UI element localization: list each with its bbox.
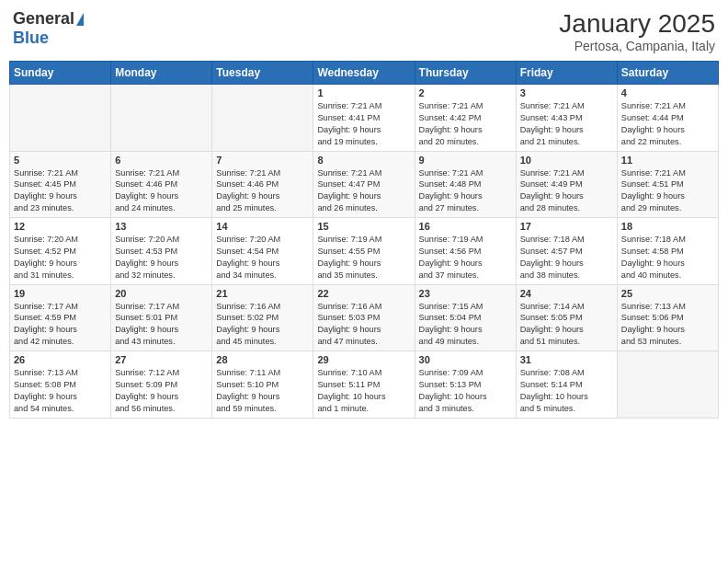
calendar-cell: 9Sunrise: 7:21 AM Sunset: 4:48 PM Daylig…: [415, 151, 516, 218]
day-number: 26: [14, 354, 107, 365]
day-info: Sunrise: 7:21 AM Sunset: 4:48 PM Dayligh…: [419, 167, 512, 215]
day-number: 4: [621, 87, 714, 98]
calendar-cell: 28Sunrise: 7:11 AM Sunset: 5:10 PM Dayli…: [212, 351, 313, 419]
day-info: Sunrise: 7:15 AM Sunset: 5:04 PM Dayligh…: [419, 301, 512, 349]
calendar-cell: 29Sunrise: 7:10 AM Sunset: 5:11 PM Dayli…: [313, 351, 415, 419]
calendar-cell: 26Sunrise: 7:13 AM Sunset: 5:08 PM Dayli…: [10, 351, 111, 419]
day-number: 3: [520, 87, 613, 98]
col-header-saturday: Saturday: [617, 62, 718, 85]
day-number: 22: [317, 288, 410, 299]
calendar-title: January 2025: [559, 9, 715, 39]
calendar-cell: 5Sunrise: 7:21 AM Sunset: 4:45 PM Daylig…: [10, 151, 111, 218]
day-number: 5: [14, 155, 107, 166]
day-number: 27: [115, 354, 208, 365]
day-number: 1: [317, 87, 410, 98]
calendar-cell: 22Sunrise: 7:16 AM Sunset: 5:03 PM Dayli…: [313, 284, 415, 351]
day-number: 19: [14, 288, 107, 299]
day-info: Sunrise: 7:21 AM Sunset: 4:41 PM Dayligh…: [317, 100, 410, 148]
day-number: 11: [621, 155, 714, 166]
col-header-thursday: Thursday: [415, 62, 516, 85]
calendar-cell: 3Sunrise: 7:21 AM Sunset: 4:43 PM Daylig…: [516, 85, 617, 152]
calendar-cell: 12Sunrise: 7:20 AM Sunset: 4:52 PM Dayli…: [10, 218, 111, 285]
day-info: Sunrise: 7:21 AM Sunset: 4:49 PM Dayligh…: [520, 167, 613, 215]
day-info: Sunrise: 7:21 AM Sunset: 4:42 PM Dayligh…: [419, 100, 512, 148]
calendar-cell: 17Sunrise: 7:18 AM Sunset: 4:57 PM Dayli…: [516, 218, 617, 285]
day-number: 16: [419, 221, 512, 232]
day-number: 15: [317, 221, 410, 232]
day-info: Sunrise: 7:10 AM Sunset: 5:11 PM Dayligh…: [317, 367, 410, 415]
calendar-table: SundayMondayTuesdayWednesdayThursdayFrid…: [9, 61, 719, 419]
calendar-cell: 16Sunrise: 7:19 AM Sunset: 4:56 PM Dayli…: [415, 218, 516, 285]
day-number: 23: [419, 288, 512, 299]
day-info: Sunrise: 7:21 AM Sunset: 4:43 PM Dayligh…: [520, 100, 613, 148]
calendar-cell: 13Sunrise: 7:20 AM Sunset: 4:53 PM Dayli…: [111, 218, 212, 285]
day-number: 24: [520, 288, 613, 299]
day-info: Sunrise: 7:21 AM Sunset: 4:44 PM Dayligh…: [621, 100, 714, 148]
day-info: Sunrise: 7:11 AM Sunset: 5:10 PM Dayligh…: [216, 367, 309, 415]
title-area: January 2025 Pertosa, Campania, Italy: [559, 9, 715, 53]
calendar-week-2: 5Sunrise: 7:21 AM Sunset: 4:45 PM Daylig…: [10, 151, 719, 218]
day-number: 21: [216, 288, 309, 299]
calendar-cell: 18Sunrise: 7:18 AM Sunset: 4:58 PM Dayli…: [617, 218, 718, 285]
day-number: 30: [419, 354, 512, 365]
col-header-tuesday: Tuesday: [212, 62, 313, 85]
calendar-cell: 7Sunrise: 7:21 AM Sunset: 4:46 PM Daylig…: [212, 151, 313, 218]
day-number: 13: [115, 221, 208, 232]
calendar-cell: 4Sunrise: 7:21 AM Sunset: 4:44 PM Daylig…: [617, 85, 718, 152]
day-number: 20: [115, 288, 208, 299]
day-info: Sunrise: 7:08 AM Sunset: 5:14 PM Dayligh…: [520, 367, 613, 415]
day-info: Sunrise: 7:20 AM Sunset: 4:52 PM Dayligh…: [14, 234, 107, 282]
page-header: General Blue January 2025 Pertosa, Campa…: [9, 9, 719, 53]
day-info: Sunrise: 7:17 AM Sunset: 5:01 PM Dayligh…: [115, 301, 208, 349]
day-info: Sunrise: 7:21 AM Sunset: 4:51 PM Dayligh…: [621, 167, 714, 215]
calendar-cell: 25Sunrise: 7:13 AM Sunset: 5:06 PM Dayli…: [617, 284, 718, 351]
col-header-sunday: Sunday: [10, 62, 111, 85]
calendar-cell: 14Sunrise: 7:20 AM Sunset: 4:54 PM Dayli…: [212, 218, 313, 285]
day-number: 6: [115, 155, 208, 166]
logo-general-text: General: [13, 9, 74, 29]
calendar-cell: [212, 85, 313, 152]
calendar-cell: 31Sunrise: 7:08 AM Sunset: 5:14 PM Dayli…: [516, 351, 617, 419]
day-info: Sunrise: 7:18 AM Sunset: 4:58 PM Dayligh…: [621, 234, 714, 282]
calendar-cell: [111, 85, 212, 152]
day-info: Sunrise: 7:21 AM Sunset: 4:47 PM Dayligh…: [317, 167, 410, 215]
col-header-monday: Monday: [111, 62, 212, 85]
calendar-cell: 10Sunrise: 7:21 AM Sunset: 4:49 PM Dayli…: [516, 151, 617, 218]
day-info: Sunrise: 7:09 AM Sunset: 5:13 PM Dayligh…: [419, 367, 512, 415]
day-number: 18: [621, 221, 714, 232]
calendar-cell: [617, 351, 718, 419]
day-number: 9: [419, 155, 512, 166]
calendar-cell: [10, 85, 111, 152]
calendar-cell: 15Sunrise: 7:19 AM Sunset: 4:55 PM Dayli…: [313, 218, 415, 285]
day-number: 8: [317, 155, 410, 166]
calendar-cell: 24Sunrise: 7:14 AM Sunset: 5:05 PM Dayli…: [516, 284, 617, 351]
day-info: Sunrise: 7:20 AM Sunset: 4:54 PM Dayligh…: [216, 234, 309, 282]
calendar-week-1: 1Sunrise: 7:21 AM Sunset: 4:41 PM Daylig…: [10, 85, 719, 152]
calendar-cell: 23Sunrise: 7:15 AM Sunset: 5:04 PM Dayli…: [415, 284, 516, 351]
calendar-cell: 1Sunrise: 7:21 AM Sunset: 4:41 PM Daylig…: [313, 85, 415, 152]
day-info: Sunrise: 7:19 AM Sunset: 4:55 PM Dayligh…: [317, 234, 410, 282]
day-number: 29: [317, 354, 410, 365]
calendar-cell: 11Sunrise: 7:21 AM Sunset: 4:51 PM Dayli…: [617, 151, 718, 218]
day-number: 10: [520, 155, 613, 166]
calendar-subtitle: Pertosa, Campania, Italy: [559, 39, 715, 53]
day-info: Sunrise: 7:18 AM Sunset: 4:57 PM Dayligh…: [520, 234, 613, 282]
day-number: 2: [419, 87, 512, 98]
day-info: Sunrise: 7:19 AM Sunset: 4:56 PM Dayligh…: [419, 234, 512, 282]
calendar-cell: 27Sunrise: 7:12 AM Sunset: 5:09 PM Dayli…: [111, 351, 212, 419]
day-info: Sunrise: 7:21 AM Sunset: 4:46 PM Dayligh…: [216, 167, 309, 215]
day-info: Sunrise: 7:16 AM Sunset: 5:03 PM Dayligh…: [317, 301, 410, 349]
calendar-week-4: 19Sunrise: 7:17 AM Sunset: 4:59 PM Dayli…: [10, 284, 719, 351]
day-number: 17: [520, 221, 613, 232]
calendar-cell: 20Sunrise: 7:17 AM Sunset: 5:01 PM Dayli…: [111, 284, 212, 351]
col-header-friday: Friday: [516, 62, 617, 85]
logo: General Blue: [13, 9, 84, 48]
day-number: 25: [621, 288, 714, 299]
logo-blue-text: Blue: [13, 29, 49, 48]
day-number: 31: [520, 354, 613, 365]
logo-triangle-icon: [76, 13, 84, 26]
calendar-cell: 30Sunrise: 7:09 AM Sunset: 5:13 PM Dayli…: [415, 351, 516, 419]
day-info: Sunrise: 7:20 AM Sunset: 4:53 PM Dayligh…: [115, 234, 208, 282]
calendar-week-3: 12Sunrise: 7:20 AM Sunset: 4:52 PM Dayli…: [10, 218, 719, 285]
day-number: 12: [14, 221, 107, 232]
